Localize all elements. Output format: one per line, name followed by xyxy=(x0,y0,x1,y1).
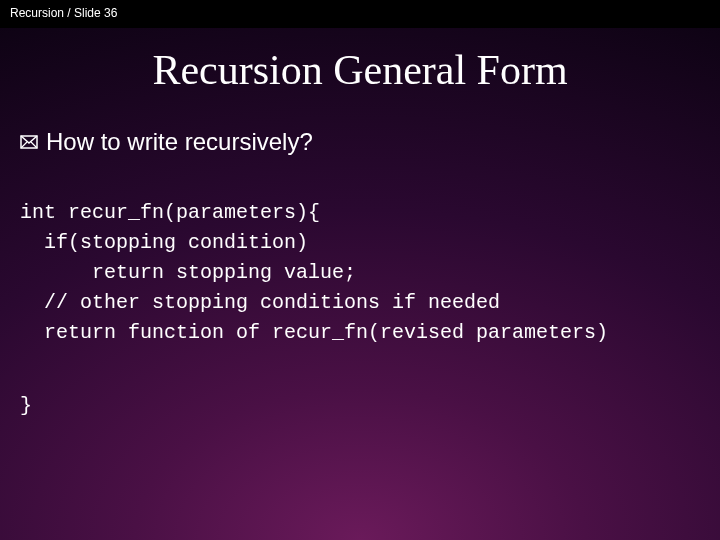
bullet-item: How to write recursively? xyxy=(20,128,313,156)
bullet-text: How to write recursively? xyxy=(46,128,313,156)
slide-header: Recursion / Slide 36 xyxy=(0,0,720,28)
slide-title: Recursion General Form xyxy=(0,46,720,94)
envelope-icon xyxy=(20,133,38,151)
code-block: int recur_fn(parameters){ if(stopping co… xyxy=(20,198,608,348)
breadcrumb: Recursion / Slide 36 xyxy=(10,6,117,20)
code-close-brace: } xyxy=(20,394,32,417)
